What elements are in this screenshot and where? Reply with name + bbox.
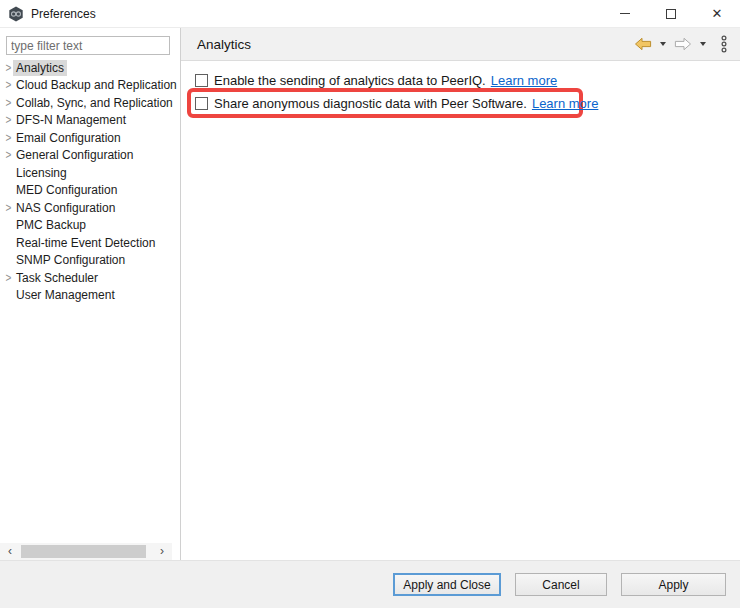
forward-arrow-icon — [674, 37, 692, 51]
chevron-right-icon[interactable]: > — [0, 202, 13, 215]
tree-item-pmc-backup[interactable]: PMC Backup — [0, 217, 179, 235]
scrollbar-track[interactable] — [20, 543, 152, 560]
tree-item-label: Real-time Event Detection — [13, 235, 158, 251]
tree-item-label: General Configuration — [13, 147, 136, 163]
tree-item-licensing[interactable]: Licensing — [0, 164, 179, 182]
tree-item-analytics[interactable]: >Analytics — [0, 59, 179, 77]
maximize-icon — [666, 9, 676, 19]
chevron-right-icon[interactable]: > — [0, 272, 13, 285]
analytics-learn-more-link[interactable]: Learn more — [491, 73, 557, 88]
analytics-option-row: Enable the sending of analytics data to … — [195, 73, 740, 88]
chevron-right-icon[interactable]: > — [0, 62, 13, 75]
chevron-right-icon[interactable]: > — [0, 114, 13, 127]
page-header: Analytics — [181, 28, 740, 61]
preferences-window: Preferences ✕ >Analytics>Cloud Backup an… — [0, 0, 740, 608]
cancel-button[interactable]: Cancel — [515, 573, 607, 596]
forward-history-dropdown[interactable] — [700, 42, 706, 46]
filter-input[interactable] — [6, 36, 170, 55]
tree-item-user-management[interactable]: User Management — [0, 287, 179, 305]
preferences-sidebar: >Analytics>Cloud Backup and Replication>… — [0, 28, 181, 560]
tree-item-label: Analytics — [13, 60, 67, 76]
scroll-right-button[interactable]: › — [152, 543, 172, 560]
preferences-tree: >Analytics>Cloud Backup and Replication>… — [0, 59, 179, 542]
title-bar: Preferences ✕ — [0, 0, 740, 28]
chevron-right-icon[interactable]: > — [0, 79, 13, 92]
tree-item-label: DFS-N Management — [13, 112, 129, 128]
chevron-right-icon[interactable]: > — [0, 97, 13, 110]
share-diagnostic-checkbox[interactable] — [195, 97, 208, 110]
window-title: Preferences — [31, 7, 96, 21]
maximize-button[interactable] — [648, 0, 694, 27]
tree-item-label: Collab, Sync, and Replication — [13, 95, 176, 111]
enable-analytics-checkbox[interactable] — [195, 74, 208, 87]
tree-item-label: Cloud Backup and Replication — [13, 77, 179, 93]
close-icon: ✕ — [712, 7, 723, 20]
tree-item-label: Task Scheduler — [13, 270, 101, 286]
main-panel: Analytics — [181, 28, 740, 560]
back-button[interactable] — [634, 37, 652, 51]
peer-software-logo-icon — [8, 6, 24, 22]
apply-and-close-button[interactable]: Apply and Close — [393, 573, 501, 596]
header-toolbar — [634, 35, 728, 53]
tree-item-collab-sync-and-replication[interactable]: >Collab, Sync, and Replication — [0, 94, 179, 112]
tree-item-email-configuration[interactable]: >Email Configuration — [0, 129, 179, 147]
tree-item-general-configuration[interactable]: >General Configuration — [0, 147, 179, 165]
tree-item-label: Licensing — [13, 165, 70, 181]
horizontal-scrollbar[interactable]: ‹ › — [0, 543, 172, 560]
chevron-right-icon[interactable]: > — [0, 132, 13, 145]
scrollbar-thumb[interactable] — [21, 545, 146, 558]
chevron-right-icon[interactable]: > — [0, 149, 13, 162]
back-arrow-icon — [634, 37, 652, 51]
share-diagnostic-label: Share anonymous diagnostic data with Pee… — [214, 96, 527, 111]
tree-item-label: SNMP Configuration — [13, 252, 128, 268]
enable-analytics-label: Enable the sending of analytics data to … — [214, 73, 486, 88]
tree-item-label: PMC Backup — [13, 217, 89, 233]
diagnostic-learn-more-link[interactable]: Learn more — [532, 96, 598, 111]
close-button[interactable]: ✕ — [694, 0, 740, 27]
back-history-dropdown[interactable] — [660, 42, 666, 46]
tree-item-label: NAS Configuration — [13, 200, 118, 216]
minimize-icon — [620, 13, 630, 14]
tree-item-nas-configuration[interactable]: >NAS Configuration — [0, 199, 179, 217]
dialog-footer: Apply and Close Cancel Apply — [0, 560, 740, 608]
tree-item-dfs-n-management[interactable]: >DFS-N Management — [0, 112, 179, 130]
apply-button[interactable]: Apply — [621, 573, 726, 596]
tree-item-label: Email Configuration — [13, 130, 124, 146]
minimize-button[interactable] — [602, 0, 648, 27]
tree-item-real-time-event-detection[interactable]: Real-time Event Detection — [0, 234, 179, 252]
scroll-left-button[interactable]: ‹ — [0, 543, 20, 560]
tree-item-med-configuration[interactable]: MED Configuration — [0, 182, 179, 200]
view-menu-dots-icon — [720, 35, 728, 53]
forward-button[interactable] — [674, 37, 692, 51]
tree-item-snmp-configuration[interactable]: SNMP Configuration — [0, 252, 179, 270]
settings-content: Enable the sending of analytics data to … — [181, 61, 740, 560]
tree-item-cloud-backup-and-replication[interactable]: >Cloud Backup and Replication — [0, 77, 179, 95]
tree-item-task-scheduler[interactable]: >Task Scheduler — [0, 269, 179, 287]
tree-item-label: MED Configuration — [13, 182, 120, 198]
tree-item-label: User Management — [13, 287, 118, 303]
page-title: Analytics — [197, 37, 251, 52]
view-menu-button[interactable] — [720, 35, 728, 53]
diagnostic-option-row: Share anonymous diagnostic data with Pee… — [195, 96, 740, 111]
